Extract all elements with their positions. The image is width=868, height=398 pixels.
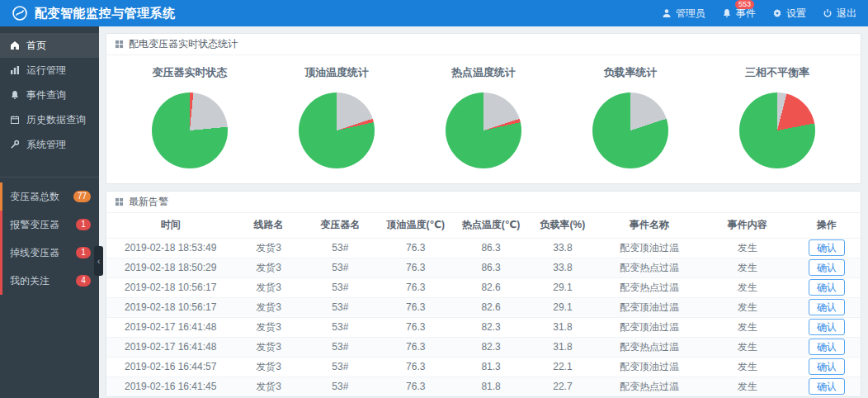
alarm-action-cell: 确认 — [793, 357, 861, 377]
table-row: 2019-02-16 16:41:45发货353#76.381.822.7配变热… — [106, 377, 861, 396]
pie-chart-title: 变压器实时状态 — [153, 65, 228, 80]
alarm-cell: 发生 — [702, 357, 793, 377]
event-count-badge: 553 — [735, 0, 754, 9]
alarm-action-cell: 确认 — [793, 377, 861, 396]
confirm-button[interactable]: 确认 — [809, 279, 845, 296]
pie-chart-block: 顶油温度统计 — [267, 65, 406, 168]
sidebar-stat-favorite[interactable]: 我的关注4 — [0, 267, 99, 295]
alarm-cell: 53# — [303, 258, 378, 277]
grid-icon — [115, 197, 124, 206]
alarm-cell: 53# — [303, 317, 378, 337]
confirm-button[interactable]: 确认 — [809, 339, 845, 355]
alarm-table: 时间线路名变压器名顶油温度(℃)热点温度(℃)负载率(%)事件名称事件内容操作 … — [106, 213, 861, 396]
alarm-column-header: 操作 — [793, 213, 861, 238]
confirm-button[interactable]: 确认 — [809, 378, 845, 395]
alarm-cell: 2019-02-17 16:41:48 — [106, 337, 234, 357]
alarm-column-header: 时间 — [106, 213, 234, 238]
alarm-column-header: 负载率(%) — [529, 213, 597, 238]
sidebar-item-label: 运行管理 — [26, 64, 66, 78]
top-nav-logout[interactable]: 退出 — [823, 0, 856, 26]
sidebar-item-label: 系统管理 — [26, 138, 66, 152]
alarm-cell: 配变顶油过温 — [597, 357, 702, 377]
alarm-cell: 发生 — [702, 238, 793, 258]
pie-charts-row: 变压器实时状态顶油温度统计热点温度统计负载率统计三相不平衡率 — [106, 55, 861, 183]
sidebar-stat-total[interactable]: 变压器总数77 — [0, 182, 99, 211]
sidebar-item-home[interactable]: 首页 — [0, 33, 99, 58]
alarm-action-cell: 确认 — [793, 317, 861, 337]
top-nav-settings[interactable]: 设置 — [772, 0, 806, 26]
confirm-button[interactable]: 确认 — [809, 239, 845, 256]
confirm-button[interactable]: 确认 — [809, 259, 845, 276]
alarm-cell: 76.3 — [378, 238, 453, 258]
alarm-cell: 发生 — [702, 258, 793, 277]
pie-chart-title: 负载率统计 — [604, 65, 658, 80]
table-row: 2019-02-18 10:56:17发货353#76.382.629.1配变热… — [106, 277, 861, 297]
sidebar-stat-offline[interactable]: 掉线变压器1 — [0, 239, 99, 267]
alarm-cell: 发生 — [702, 337, 793, 357]
alarm-cell: 76.3 — [378, 297, 453, 317]
sidebar-item-history[interactable]: 历史数据查询 — [0, 107, 99, 132]
alarm-cell: 31.8 — [529, 337, 597, 357]
sidebar-item-label: 首页 — [26, 39, 46, 53]
stat-label: 我的关注 — [10, 274, 50, 288]
alarm-column-header: 线路名 — [234, 213, 302, 238]
top-nav-admin[interactable]: 管理员 — [662, 0, 705, 26]
alarm-cell: 配变热点过温 — [597, 377, 702, 396]
alarm-column-header: 事件内容 — [702, 213, 793, 238]
alarm-cell: 配变顶油过温 — [597, 317, 702, 337]
stat-count-badge: 4 — [76, 275, 91, 287]
alarm-cell: 29.1 — [529, 297, 597, 317]
sidebar-collapse-button[interactable]: ‹ — [94, 246, 103, 276]
app-logo-icon — [12, 5, 28, 21]
alarm-panel-title: 最新告警 — [129, 195, 168, 209]
alarm-cell: 2019-02-18 18:53:49 — [106, 238, 234, 258]
alarm-cell: 81.3 — [453, 357, 528, 377]
sidebar-item-events[interactable]: 事件查询 — [0, 83, 99, 107]
alarm-table-body: 2019-02-18 18:53:49发货353#76.386.333.8配变顶… — [106, 238, 861, 396]
sidebar-item-run[interactable]: 运行管理 — [0, 58, 99, 83]
alarm-cell: 76.3 — [378, 258, 453, 277]
alarm-cell: 22.7 — [529, 377, 597, 396]
alarm-action-cell: 确认 — [793, 238, 861, 258]
alarm-cell: 2019-02-18 18:50:29 — [106, 258, 234, 277]
grid-icon — [115, 40, 124, 49]
sidebar-item-system[interactable]: 系统管理 — [0, 132, 99, 157]
sidebar-stats: 变压器总数77报警变压器1掉线变压器1我的关注4 — [0, 177, 99, 295]
alarm-action-cell: 确认 — [793, 297, 861, 317]
pie-chart-title: 三相不平衡率 — [745, 65, 809, 80]
stat-label: 掉线变压器 — [10, 246, 59, 260]
alarm-cell: 53# — [303, 238, 378, 258]
table-row: 2019-02-18 10:56:17发货353#76.382.629.1配变顶… — [106, 297, 861, 317]
sidebar-stat-alarm[interactable]: 报警变压器1 — [0, 211, 99, 239]
confirm-button[interactable]: 确认 — [809, 319, 845, 335]
gear-icon — [772, 8, 782, 18]
alarm-cell: 53# — [303, 337, 378, 357]
status-panel-title: 配电变压器实时状态统计 — [129, 37, 238, 51]
alarm-cell: 53# — [303, 297, 378, 317]
chevron-left-icon: ‹ — [97, 256, 101, 266]
confirm-button[interactable]: 确认 — [809, 358, 845, 375]
alarm-cell: 76.3 — [378, 377, 453, 396]
stat-count-badge: 1 — [76, 219, 91, 230]
top-nav: 管理员事件553设置退出 — [662, 0, 856, 26]
alarm-cell: 发货3 — [234, 317, 302, 337]
table-row: 2019-02-17 16:41:48发货353#76.382.331.8配变顶… — [106, 317, 861, 337]
alarm-cell: 发货3 — [234, 277, 302, 297]
alarm-column-header: 热点温度(℃) — [453, 213, 528, 238]
alarm-cell: 82.3 — [453, 337, 528, 357]
stat-label: 变压器总数 — [10, 190, 59, 204]
alarm-cell: 发货3 — [234, 297, 302, 317]
alarm-panel-header: 最新告警 — [106, 192, 861, 213]
alarm-cell: 发货3 — [234, 357, 302, 377]
stat-count-badge: 1 — [76, 247, 91, 258]
alarm-cell: 配变热点过温 — [597, 277, 702, 297]
top-nav-label: 管理员 — [676, 7, 705, 21]
alarm-cell: 53# — [303, 377, 378, 396]
top-nav-events[interactable]: 事件553 — [722, 0, 756, 26]
alarm-cell: 2019-02-18 10:56:17 — [106, 277, 234, 297]
app-title: 配变智能监控与管理系统 — [35, 6, 176, 21]
confirm-button[interactable]: 确认 — [809, 299, 845, 315]
alarm-cell: 76.3 — [378, 277, 453, 297]
home-icon — [10, 40, 20, 50]
alarm-cell: 53# — [303, 357, 378, 377]
